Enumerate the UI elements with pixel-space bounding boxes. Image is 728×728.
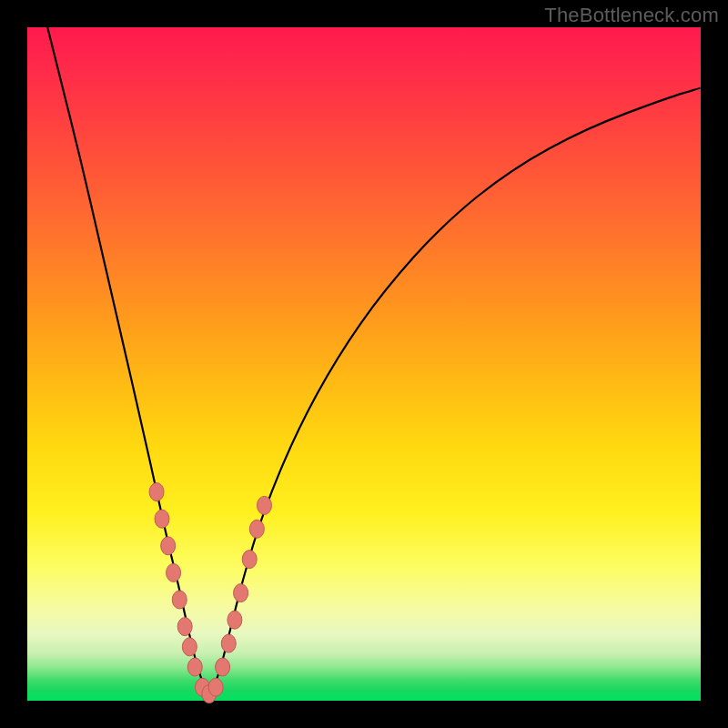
bead: [216, 658, 230, 676]
bead: [249, 520, 264, 538]
bead: [172, 591, 187, 609]
bead: [177, 618, 192, 636]
bead: [155, 510, 169, 528]
chart-canvas: TheBottleneck.com: [0, 0, 728, 728]
plot-area: [27, 27, 701, 701]
curve-layer: [27, 27, 701, 701]
bead: [167, 563, 181, 581]
bead: [234, 584, 248, 602]
bead: [257, 496, 271, 514]
watermark-text: TheBottleneck.com: [544, 4, 719, 27]
bead: [182, 638, 197, 656]
beads-group: [149, 483, 271, 703]
bead: [149, 483, 164, 501]
bead: [208, 678, 223, 696]
bead: [242, 551, 257, 569]
bead: [228, 611, 242, 629]
bottleneck-curve: [47, 27, 701, 692]
bead: [221, 634, 236, 652]
bead: [161, 537, 176, 555]
bead: [187, 658, 202, 676]
